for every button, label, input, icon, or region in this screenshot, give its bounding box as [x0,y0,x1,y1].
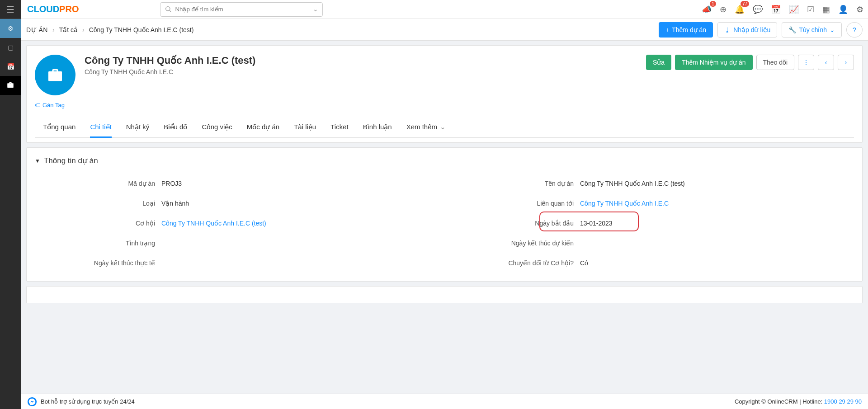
tab-chart[interactable]: Biểu đồ [164,117,187,137]
more-actions-button[interactable]: ⋮ [798,55,814,70]
checkbox-icon: ☑ [807,5,814,14]
sidebar: ☰ ⚙ ▢ 📅 [0,0,21,409]
section-toggle[interactable]: ▼ Thông tin dự án [35,156,854,165]
field-value[interactable]: Vận hành [161,200,189,207]
field-value[interactable]: PROJ3 [161,180,182,187]
add-button[interactable]: ⊕ [720,5,726,14]
search-icon [165,5,172,14]
next-record-button[interactable]: › [838,55,854,70]
add-project-button[interactable]: + Thêm dự án [659,22,713,38]
record-avatar [35,55,75,95]
tab-more[interactable]: Xem thêm⌄ [406,117,446,137]
tab-detail[interactable]: Chi tiết [90,117,111,137]
profile-button[interactable]: 👤 [838,5,848,14]
wrench-icon: 🔧 [788,26,796,33]
record-header: Công Ty TNHH Quốc Anh I.E.C (test) Công … [26,45,863,143]
customize-button[interactable]: 🔧 Tùy chỉnh ⌄ [782,22,842,38]
tab-document[interactable]: Tài liệu [294,117,316,137]
field-label: Liên quan tới [453,200,580,207]
next-section-placeholder [26,286,863,303]
badge: 77 [741,1,749,7]
calendar-button[interactable]: 📅 [771,5,781,14]
field-label: Ngày bắt đầu [453,220,580,227]
field-converted: Chuyển đổi từ Cơ hội? Có [453,253,854,273]
chevron-down-icon: ⌄ [440,123,446,131]
chart-icon: 📈 [789,5,799,14]
chevron-right-icon: › [52,26,55,33]
calendar-icon: 📅 [771,5,781,14]
import-data-button[interactable]: ⭳ Nhập dữ liệu [717,22,777,38]
chevron-right-icon: › [845,59,847,66]
breadcrumb-current: Công Ty TNHH Quốc Anh I.E.C (test) [89,26,194,33]
sidebar-item-calendar[interactable]: 📅 [0,57,21,76]
record-subtitle: Công Ty TNHH Quốc Anh I.E.C [85,68,255,75]
briefcase-icon [46,66,64,84]
briefcase-icon [6,81,14,90]
label: Thêm Nhiệm vụ dự án [682,59,745,66]
field-value[interactable]: Công Ty TNHH Quốc Anh I.E.C (test) [580,180,685,187]
field-start-date: Ngày bắt đầu 13-01-2023 [453,213,854,233]
dots-icon: ⋮ [803,59,809,66]
assign-tag-link[interactable]: 🏷 Gán Tag [35,102,65,108]
field-label: Mã dự án [35,180,161,187]
tab-work[interactable]: Công việc [202,117,232,137]
tabs: Tổng quan Chi tiết Nhật ký Biểu đồ Công … [35,117,854,138]
breadcrumb: DỰ ÁN › Tất cả › Công Ty TNHH Quốc Anh I… [26,26,193,33]
follow-button[interactable]: Theo dõi [756,55,794,70]
search-input[interactable] [160,2,323,17]
tab-overview[interactable]: Tổng quan [43,117,75,137]
logo[interactable]: CLOUDPRO [27,1,79,18]
label: Nhập dữ liệu [733,26,770,33]
sidebar-item-settings[interactable]: ⚙ [0,19,21,38]
edit-button[interactable]: Sửa [646,55,671,70]
tab-comment[interactable]: Bình luận [363,117,392,137]
global-search: ⌄ [160,2,323,17]
gears-icon: ⚙ [8,25,14,32]
field-value[interactable]: Công Ty TNHH Quốc Anh I.E.C (test) [161,220,266,227]
prev-record-button[interactable]: ‹ [818,55,834,70]
field-value[interactable]: 13-01-2023 [580,220,613,227]
breadcrumb-root[interactable]: DỰ ÁN [26,26,48,33]
tab-ticket[interactable]: Ticket [330,117,348,137]
breadcrumb-all[interactable]: Tất cả [59,26,78,33]
badge: 1 [710,1,716,7]
field-expected-end: Ngày kết thúc dự kiến [453,233,854,253]
hotline-link[interactable]: 1900 29 29 90 [824,398,862,405]
chat-button[interactable]: 💬 [753,5,763,14]
chat-icon: 💬 [753,5,763,14]
footer-bot-text[interactable]: Bot hỗ trợ sử dụng trực tuyến 24/24 [41,398,135,405]
field-actual-end: Ngày kết thúc thực tế [35,253,435,273]
settings-button[interactable]: ⚙ [856,5,863,14]
hamburger-icon: ☰ [6,4,14,15]
hamburger-menu[interactable]: ☰ [0,0,21,19]
field-related: Liên quan tới Công Ty TNHH Quốc Anh I.E.… [453,193,854,213]
tab-milestone[interactable]: Mốc dự án [247,117,279,137]
messenger-icon [27,397,37,407]
tag-icon: 🏷 [35,102,41,108]
reports-button[interactable]: 📈 [789,5,799,14]
field-name: Tên dự án Công Ty TNHH Quốc Anh I.E.C (t… [453,174,854,193]
related-link[interactable]: Công Ty TNHH Quốc Anh I.E.C [580,200,669,207]
record-title: Công Ty TNHH Quốc Anh I.E.C (test) [85,55,255,66]
announcements-button[interactable]: 📣 1 [702,5,712,14]
sidebar-item-projects[interactable] [0,76,21,95]
svg-line-1 [170,10,171,12]
gear-icon: ⚙ [856,5,863,14]
help-icon: ? [853,26,856,33]
opportunity-link[interactable]: Công Ty TNHH Quốc Anh I.E.C (test) [161,220,266,227]
field-value[interactable]: Có [580,259,588,267]
help-button[interactable]: ? [846,22,863,38]
apps-button[interactable]: ▦ [822,5,830,14]
sidebar-item-dashboard[interactable]: ▢ [0,38,21,57]
label: Sửa [653,59,665,66]
field-type: Loại Vận hành [35,193,435,213]
field-label: Tên dự án [453,180,580,187]
add-task-button[interactable]: Thêm Nhiệm vụ dự án [675,55,752,70]
notifications-button[interactable]: 🔔 77 [735,5,745,14]
tasks-button[interactable]: ☑ [807,5,814,14]
megaphone-icon: 📣 [702,5,712,14]
chevron-down-icon[interactable]: ⌄ [313,5,318,13]
field-value[interactable]: Công Ty TNHH Quốc Anh I.E.C [580,200,669,207]
tab-log[interactable]: Nhật ký [126,117,150,137]
copyright-text: Copyright © OnlineCRM | Hotline: [735,398,824,405]
